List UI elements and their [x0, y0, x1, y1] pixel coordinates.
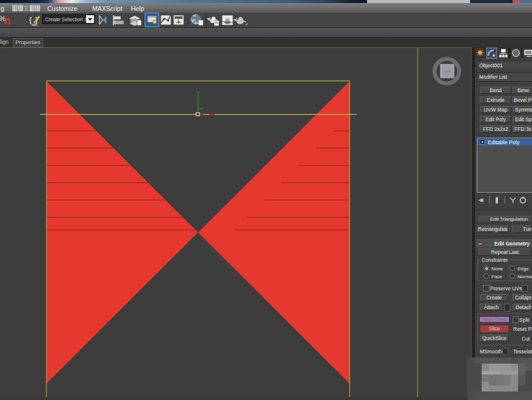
- svg-text:Create Selection Se: Create Selection Se: [45, 16, 91, 22]
- svg-text:TOP: TOP: [443, 70, 451, 73]
- svg-text:ABC: ABC: [32, 23, 38, 27]
